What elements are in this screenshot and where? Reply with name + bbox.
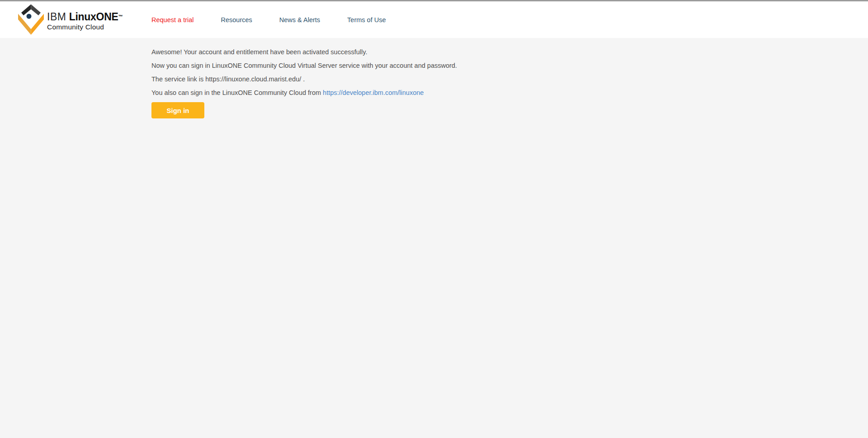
alternate-signin-prefix: You also can sign in the LinuxONE Commun… xyxy=(151,89,323,96)
nav-terms-of-use[interactable]: Terms of Use xyxy=(347,16,386,24)
nav-request-a-trial[interactable]: Request a trial xyxy=(151,16,194,24)
activation-success-message: Awesome! Your account and entitlement ha… xyxy=(151,45,868,59)
brand-ibm: IBM xyxy=(47,11,66,23)
brand-line: IBM LinuxONE™ xyxy=(47,11,123,22)
alternate-signin-line: You also can sign in the LinuxONE Commun… xyxy=(151,86,868,99)
linuxone-logo-mark xyxy=(18,4,44,35)
nav-resources[interactable]: Resources xyxy=(221,16,252,24)
sign-in-button[interactable]: Sign in xyxy=(151,102,204,118)
brand-linuxone: LinuxONE xyxy=(69,11,118,23)
main-content: Awesome! Your account and entitlement ha… xyxy=(0,38,868,118)
site-header: IBM LinuxONE™ Community Cloud Request a … xyxy=(0,1,868,38)
service-link-line: The service link is https://linuxone.clo… xyxy=(151,72,868,86)
trademark-symbol: ™ xyxy=(118,14,123,19)
service-link-suffix: . xyxy=(301,75,305,83)
nav-news-alerts[interactable]: News & Alerts xyxy=(279,16,320,24)
service-link-url: https://linuxone.cloud.marist.edu/ xyxy=(205,75,301,83)
brand-subtitle: Community Cloud xyxy=(47,23,123,31)
service-link-prefix: The service link is xyxy=(151,75,205,83)
developer-ibm-linuxone-link[interactable]: https://developer.ibm.com/linuxone xyxy=(323,89,424,96)
header-nav: Request a trial Resources News & Alerts … xyxy=(151,1,386,38)
logo-text: IBM LinuxONE™ Community Cloud xyxy=(47,4,123,31)
signin-instructions-message: Now you can sign in LinuxONE Community C… xyxy=(151,59,868,72)
linuxone-logo[interactable]: IBM LinuxONE™ Community Cloud xyxy=(18,4,123,35)
